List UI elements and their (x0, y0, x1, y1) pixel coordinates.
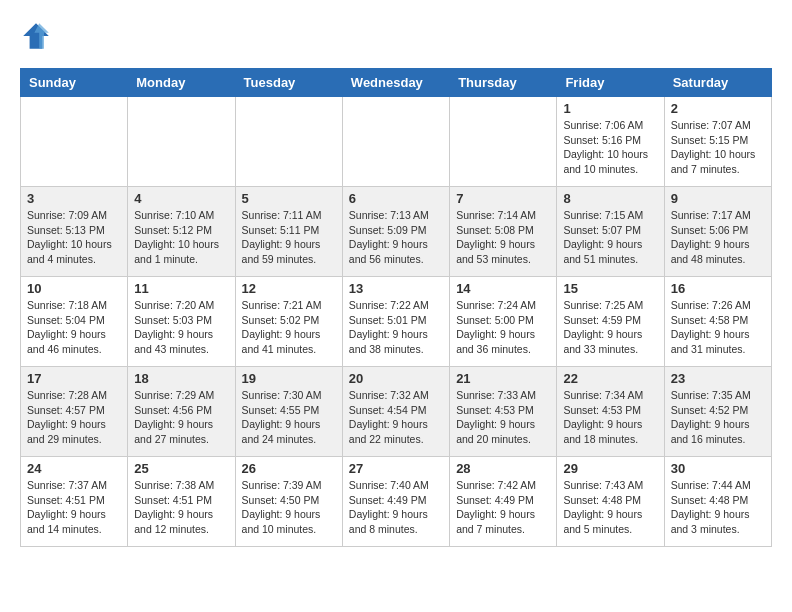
day-info: Sunrise: 7:10 AM Sunset: 5:12 PM Dayligh… (134, 208, 228, 267)
calendar-cell (21, 97, 128, 187)
calendar-week-row: 3Sunrise: 7:09 AM Sunset: 5:13 PM Daylig… (21, 187, 772, 277)
page: SundayMondayTuesdayWednesdayThursdayFrid… (0, 0, 792, 557)
calendar-cell: 27Sunrise: 7:40 AM Sunset: 4:49 PM Dayli… (342, 457, 449, 547)
day-number: 27 (349, 461, 443, 476)
calendar-cell: 15Sunrise: 7:25 AM Sunset: 4:59 PM Dayli… (557, 277, 664, 367)
day-number: 19 (242, 371, 336, 386)
calendar-cell: 13Sunrise: 7:22 AM Sunset: 5:01 PM Dayli… (342, 277, 449, 367)
day-number: 6 (349, 191, 443, 206)
day-info: Sunrise: 7:32 AM Sunset: 4:54 PM Dayligh… (349, 388, 443, 447)
day-number: 5 (242, 191, 336, 206)
day-info: Sunrise: 7:13 AM Sunset: 5:09 PM Dayligh… (349, 208, 443, 267)
calendar-cell: 7Sunrise: 7:14 AM Sunset: 5:08 PM Daylig… (450, 187, 557, 277)
calendar-cell: 21Sunrise: 7:33 AM Sunset: 4:53 PM Dayli… (450, 367, 557, 457)
day-info: Sunrise: 7:42 AM Sunset: 4:49 PM Dayligh… (456, 478, 550, 537)
calendar-cell: 4Sunrise: 7:10 AM Sunset: 5:12 PM Daylig… (128, 187, 235, 277)
day-info: Sunrise: 7:33 AM Sunset: 4:53 PM Dayligh… (456, 388, 550, 447)
calendar-cell: 9Sunrise: 7:17 AM Sunset: 5:06 PM Daylig… (664, 187, 771, 277)
day-info: Sunrise: 7:37 AM Sunset: 4:51 PM Dayligh… (27, 478, 121, 537)
day-number: 17 (27, 371, 121, 386)
day-info: Sunrise: 7:26 AM Sunset: 4:58 PM Dayligh… (671, 298, 765, 357)
day-number: 10 (27, 281, 121, 296)
day-info: Sunrise: 7:35 AM Sunset: 4:52 PM Dayligh… (671, 388, 765, 447)
calendar-week-row: 1Sunrise: 7:06 AM Sunset: 5:16 PM Daylig… (21, 97, 772, 187)
header (20, 20, 772, 52)
calendar-cell: 26Sunrise: 7:39 AM Sunset: 4:50 PM Dayli… (235, 457, 342, 547)
calendar-day-header: Wednesday (342, 69, 449, 97)
day-info: Sunrise: 7:24 AM Sunset: 5:00 PM Dayligh… (456, 298, 550, 357)
day-info: Sunrise: 7:21 AM Sunset: 5:02 PM Dayligh… (242, 298, 336, 357)
calendar-cell: 16Sunrise: 7:26 AM Sunset: 4:58 PM Dayli… (664, 277, 771, 367)
day-number: 28 (456, 461, 550, 476)
calendar-cell: 30Sunrise: 7:44 AM Sunset: 4:48 PM Dayli… (664, 457, 771, 547)
logo (20, 20, 56, 52)
calendar-week-row: 17Sunrise: 7:28 AM Sunset: 4:57 PM Dayli… (21, 367, 772, 457)
day-number: 13 (349, 281, 443, 296)
day-info: Sunrise: 7:15 AM Sunset: 5:07 PM Dayligh… (563, 208, 657, 267)
day-info: Sunrise: 7:38 AM Sunset: 4:51 PM Dayligh… (134, 478, 228, 537)
day-info: Sunrise: 7:20 AM Sunset: 5:03 PM Dayligh… (134, 298, 228, 357)
calendar-cell: 5Sunrise: 7:11 AM Sunset: 5:11 PM Daylig… (235, 187, 342, 277)
day-number: 22 (563, 371, 657, 386)
day-number: 11 (134, 281, 228, 296)
day-info: Sunrise: 7:43 AM Sunset: 4:48 PM Dayligh… (563, 478, 657, 537)
calendar-day-header: Sunday (21, 69, 128, 97)
day-number: 2 (671, 101, 765, 116)
day-number: 16 (671, 281, 765, 296)
calendar-cell: 14Sunrise: 7:24 AM Sunset: 5:00 PM Dayli… (450, 277, 557, 367)
day-info: Sunrise: 7:40 AM Sunset: 4:49 PM Dayligh… (349, 478, 443, 537)
calendar-cell: 19Sunrise: 7:30 AM Sunset: 4:55 PM Dayli… (235, 367, 342, 457)
svg-marker-0 (23, 23, 49, 49)
day-number: 8 (563, 191, 657, 206)
day-info: Sunrise: 7:06 AM Sunset: 5:16 PM Dayligh… (563, 118, 657, 177)
calendar-cell: 23Sunrise: 7:35 AM Sunset: 4:52 PM Dayli… (664, 367, 771, 457)
day-number: 20 (349, 371, 443, 386)
day-info: Sunrise: 7:34 AM Sunset: 4:53 PM Dayligh… (563, 388, 657, 447)
day-number: 30 (671, 461, 765, 476)
day-info: Sunrise: 7:25 AM Sunset: 4:59 PM Dayligh… (563, 298, 657, 357)
day-info: Sunrise: 7:30 AM Sunset: 4:55 PM Dayligh… (242, 388, 336, 447)
day-number: 1 (563, 101, 657, 116)
day-number: 15 (563, 281, 657, 296)
calendar-day-header: Friday (557, 69, 664, 97)
day-number: 21 (456, 371, 550, 386)
day-info: Sunrise: 7:18 AM Sunset: 5:04 PM Dayligh… (27, 298, 121, 357)
calendar-week-row: 10Sunrise: 7:18 AM Sunset: 5:04 PM Dayli… (21, 277, 772, 367)
day-number: 23 (671, 371, 765, 386)
calendar-cell: 24Sunrise: 7:37 AM Sunset: 4:51 PM Dayli… (21, 457, 128, 547)
calendar-day-header: Saturday (664, 69, 771, 97)
calendar-cell: 3Sunrise: 7:09 AM Sunset: 5:13 PM Daylig… (21, 187, 128, 277)
calendar-week-row: 24Sunrise: 7:37 AM Sunset: 4:51 PM Dayli… (21, 457, 772, 547)
calendar-cell: 11Sunrise: 7:20 AM Sunset: 5:03 PM Dayli… (128, 277, 235, 367)
day-number: 12 (242, 281, 336, 296)
day-number: 9 (671, 191, 765, 206)
calendar-cell: 10Sunrise: 7:18 AM Sunset: 5:04 PM Dayli… (21, 277, 128, 367)
day-info: Sunrise: 7:14 AM Sunset: 5:08 PM Dayligh… (456, 208, 550, 267)
day-info: Sunrise: 7:29 AM Sunset: 4:56 PM Dayligh… (134, 388, 228, 447)
calendar-cell (235, 97, 342, 187)
calendar-cell: 18Sunrise: 7:29 AM Sunset: 4:56 PM Dayli… (128, 367, 235, 457)
calendar-day-header: Thursday (450, 69, 557, 97)
calendar-day-header: Tuesday (235, 69, 342, 97)
day-number: 26 (242, 461, 336, 476)
calendar-cell: 2Sunrise: 7:07 AM Sunset: 5:15 PM Daylig… (664, 97, 771, 187)
day-info: Sunrise: 7:07 AM Sunset: 5:15 PM Dayligh… (671, 118, 765, 177)
day-info: Sunrise: 7:39 AM Sunset: 4:50 PM Dayligh… (242, 478, 336, 537)
calendar-cell (450, 97, 557, 187)
day-number: 14 (456, 281, 550, 296)
day-info: Sunrise: 7:22 AM Sunset: 5:01 PM Dayligh… (349, 298, 443, 357)
calendar-cell (342, 97, 449, 187)
calendar-cell: 6Sunrise: 7:13 AM Sunset: 5:09 PM Daylig… (342, 187, 449, 277)
calendar-cell: 25Sunrise: 7:38 AM Sunset: 4:51 PM Dayli… (128, 457, 235, 547)
logo-icon (20, 20, 52, 52)
calendar-cell: 22Sunrise: 7:34 AM Sunset: 4:53 PM Dayli… (557, 367, 664, 457)
day-number: 24 (27, 461, 121, 476)
calendar-cell: 1Sunrise: 7:06 AM Sunset: 5:16 PM Daylig… (557, 97, 664, 187)
day-number: 29 (563, 461, 657, 476)
calendar-cell: 20Sunrise: 7:32 AM Sunset: 4:54 PM Dayli… (342, 367, 449, 457)
calendar: SundayMondayTuesdayWednesdayThursdayFrid… (20, 68, 772, 547)
day-info: Sunrise: 7:11 AM Sunset: 5:11 PM Dayligh… (242, 208, 336, 267)
calendar-cell (128, 97, 235, 187)
day-number: 25 (134, 461, 228, 476)
calendar-cell: 12Sunrise: 7:21 AM Sunset: 5:02 PM Dayli… (235, 277, 342, 367)
